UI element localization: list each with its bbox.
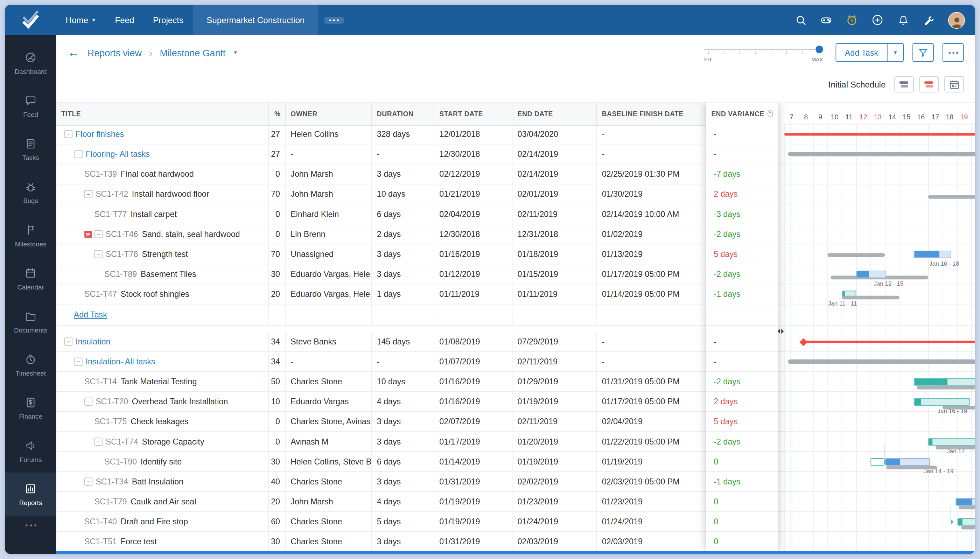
slider-track[interactable] — [704, 49, 822, 50]
column-header-end-variance[interactable]: END VARIANCE ? — [706, 103, 778, 125]
task-title[interactable]: Tank Material Testing — [121, 377, 197, 387]
search-icon[interactable] — [795, 14, 807, 26]
view-selector[interactable]: Milestone Gantt — [160, 47, 226, 58]
app-logo[interactable] — [5, 5, 56, 35]
sidebar-item-calendar[interactable]: Calendar — [5, 257, 56, 300]
collapse-toggle[interactable]: − — [64, 130, 73, 138]
task-title[interactable]: Final coat hardwood — [121, 169, 194, 179]
gantt-bar[interactable] — [958, 518, 975, 525]
gantt-bar[interactable] — [788, 359, 975, 364]
games-icon[interactable] — [820, 14, 833, 26]
nav-item-home[interactable]: Home▼ — [56, 5, 106, 35]
sidebar-item-reports[interactable]: Reports — [5, 473, 56, 516]
gantt-bar[interactable] — [942, 406, 975, 410]
critical-path-toggle-button[interactable] — [919, 76, 939, 93]
column-header-start[interactable]: START DATE — [435, 103, 512, 125]
collapse-toggle[interactable]: − — [84, 478, 93, 486]
collapse-toggle[interactable]: − — [84, 398, 93, 406]
task-title[interactable]: Strength test — [142, 249, 188, 259]
nav-item-feed[interactable]: Feed — [106, 5, 144, 35]
sidebar-item-feed[interactable]: Feed — [5, 84, 56, 127]
gantt-bar[interactable] — [928, 195, 975, 199]
add-icon[interactable] — [871, 14, 884, 26]
task-title[interactable]: Identify site — [141, 457, 182, 466]
slider-handle[interactable] — [815, 46, 823, 53]
task-title[interactable]: Sand, stain, seal hardwood — [142, 229, 240, 239]
collapse-toggle[interactable]: − — [94, 230, 102, 238]
filter-button[interactable] — [912, 43, 934, 62]
collapse-toggle[interactable]: − — [64, 337, 73, 346]
collapse-toggle[interactable]: − — [94, 250, 102, 258]
gantt-bar[interactable] — [887, 466, 937, 470]
column-header-percent[interactable]: % — [269, 103, 286, 125]
gantt-bar[interactable] — [914, 251, 951, 258]
gantt-bar[interactable] — [784, 133, 975, 136]
gantt-bar[interactable] — [871, 458, 884, 466]
sidebar-item-bugs[interactable]: Bugs — [5, 170, 56, 213]
column-header-end[interactable]: END DATE — [512, 103, 597, 125]
nav-item-projects[interactable]: Projects — [144, 5, 193, 35]
baseline-toggle-button[interactable] — [894, 76, 914, 93]
task-title[interactable]: Storage Capacity — [142, 437, 204, 446]
help-icon[interactable]: ? — [768, 110, 773, 117]
nav-more-button[interactable] — [324, 17, 344, 23]
gantt-bar[interactable] — [928, 438, 975, 446]
task-title[interactable]: Batt Insulation — [132, 477, 183, 486]
sidebar-item-tasks[interactable]: Tasks — [5, 127, 56, 170]
gantt-bar[interactable] — [914, 378, 975, 385]
sidebar-item-forums[interactable]: Forums — [5, 430, 56, 473]
calendar-view-toggle-button[interactable] — [944, 76, 963, 93]
sidebar-more-icon[interactable] — [5, 524, 56, 526]
column-header-duration[interactable]: DURATION — [372, 103, 435, 125]
zoom-slider[interactable]: FIT MAX — [704, 41, 822, 64]
gantt-bar[interactable] — [959, 506, 975, 509]
sidebar-item-milestones[interactable]: Milestones — [5, 214, 56, 257]
gantt-bar[interactable] — [955, 498, 975, 506]
gantt-bar[interactable] — [856, 271, 886, 278]
back-arrow-icon[interactable]: ← — [68, 46, 79, 59]
column-header-baseline[interactable]: BASELINE FINISH DATE — [597, 103, 706, 125]
gantt-bar[interactable] — [885, 458, 930, 466]
column-header-title[interactable]: TITLE — [56, 103, 269, 125]
tab-supermarket-construction[interactable]: Supermarket Construction — [193, 5, 319, 35]
task-title[interactable]: Overhead Tank Installation — [132, 397, 228, 406]
collapse-toggle[interactable]: − — [74, 150, 82, 158]
sidebar-item-finance[interactable]: Finance — [5, 387, 56, 430]
group-title-link[interactable]: Flooring- All tasks — [86, 149, 150, 159]
collapse-toggle[interactable]: − — [84, 190, 93, 198]
gantt-bar[interactable] — [914, 398, 970, 405]
task-title[interactable]: Install carpet — [131, 209, 177, 219]
task-title[interactable]: Check leakages — [131, 417, 188, 426]
add-task-link[interactable]: Add Task — [74, 310, 107, 319]
gantt-bar[interactable] — [827, 253, 885, 257]
column-resize-handle[interactable] — [775, 327, 786, 336]
alarm-icon[interactable] — [846, 14, 858, 26]
group-title-link[interactable]: Floor finishes — [76, 129, 124, 139]
tools-icon[interactable] — [922, 14, 935, 26]
breadcrumb[interactable]: Reports view — [88, 47, 142, 58]
group-title-link[interactable]: Insulation- All tasks — [86, 357, 155, 367]
task-title[interactable]: Basement Tiles — [141, 270, 197, 279]
avatar[interactable] — [948, 12, 965, 28]
task-title[interactable]: Caulk and Air seal — [131, 497, 196, 506]
group-title-link[interactable]: Insulation — [76, 337, 110, 346]
notifications-icon[interactable] — [897, 14, 909, 26]
collapse-toggle[interactable]: − — [94, 438, 102, 446]
task-title[interactable]: Draft and Fire stop — [121, 517, 188, 526]
gantt-bar[interactable] — [803, 341, 975, 343]
horizontal-scrollbar[interactable] — [56, 551, 975, 554]
gantt-bar[interactable] — [917, 386, 975, 390]
gantt-bar[interactable] — [961, 526, 975, 529]
gantt-bar[interactable] — [842, 296, 899, 299]
gantt-bar[interactable] — [788, 152, 975, 156]
column-header-owner[interactable]: OWNER — [286, 103, 372, 125]
sidebar-item-timesheet[interactable]: Timesheet — [5, 343, 56, 386]
task-title[interactable]: Install hardwood floor — [132, 189, 209, 199]
sidebar-item-documents[interactable]: Documents — [5, 300, 56, 343]
gantt-bar[interactable] — [935, 446, 975, 450]
sidebar-item-dashboard[interactable]: Dashboard — [5, 41, 56, 84]
add-task-dropdown[interactable]: ▼ — [887, 44, 903, 61]
task-title[interactable]: Stock roof shingles — [121, 289, 189, 299]
collapse-toggle[interactable]: − — [74, 357, 82, 366]
task-title[interactable]: Force test — [121, 537, 157, 546]
